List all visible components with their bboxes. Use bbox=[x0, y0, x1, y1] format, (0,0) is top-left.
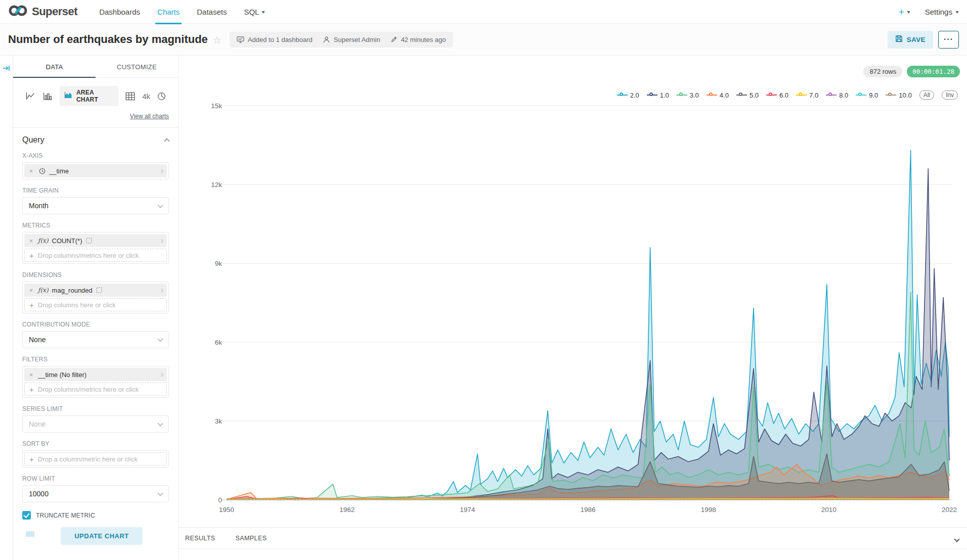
truncate-metric-checkbox[interactable] bbox=[22, 511, 31, 520]
dimension-pill[interactable]: × ƒ(x) mag_rounded › bbox=[24, 284, 167, 297]
legend-item-9.0[interactable]: 9.0 bbox=[856, 91, 878, 99]
chevron-right-icon[interactable]: › bbox=[161, 237, 163, 245]
legend-label: 1.0 bbox=[660, 91, 669, 99]
filters-drop-zone[interactable]: + Drop columns/metrics here or click bbox=[24, 383, 167, 396]
row-limit-select[interactable]: 10000 bbox=[22, 485, 169, 502]
meta-badge-label: 42 minutes ago bbox=[401, 36, 446, 43]
metrics-drop-zone[interactable]: + Drop columns/metrics here or click bbox=[24, 249, 167, 262]
area-chart-canvas[interactable]: 03k6k9k12k15k195019621974198619982010202… bbox=[179, 56, 966, 560]
legend-marker-icon bbox=[707, 92, 717, 98]
plus-icon: + bbox=[29, 455, 34, 463]
big-number-chart-icon[interactable]: 4k bbox=[142, 92, 150, 101]
meta-badge-label: Added to 1 dashboard bbox=[248, 36, 313, 43]
dimensions-drop-zone[interactable]: + Drop columns here or click bbox=[24, 298, 167, 311]
filter-pill[interactable]: × __time (No filter) › bbox=[24, 368, 167, 381]
filter-value: __time (No filter) bbox=[38, 371, 86, 379]
chevron-right-icon[interactable]: › bbox=[161, 167, 163, 175]
update-chart-button[interactable]: UPDATE CHART bbox=[61, 527, 143, 545]
bar-chart-icon[interactable] bbox=[43, 92, 53, 100]
series-limit-select[interactable]: None bbox=[22, 415, 169, 433]
line-chart-icon[interactable] bbox=[25, 92, 36, 100]
chevron-down-icon bbox=[157, 336, 163, 342]
adhoc-metric-icon bbox=[86, 238, 92, 244]
tab-samples[interactable]: SAMPLES bbox=[236, 535, 267, 542]
legend-item-10.0[interactable]: 10.0 bbox=[886, 91, 911, 99]
meta-badge[interactable]: Superset Admin bbox=[323, 36, 380, 43]
plus-icon: + bbox=[29, 252, 34, 259]
close-icon[interactable]: × bbox=[24, 237, 38, 245]
meta-badge[interactable]: Added to 1 dashboard bbox=[237, 36, 313, 43]
svg-text:2010: 2010 bbox=[821, 506, 837, 514]
close-icon[interactable]: × bbox=[24, 167, 38, 175]
legend-item-5.0[interactable]: 5.0 bbox=[736, 91, 759, 99]
x-axis-value: __time bbox=[49, 167, 69, 175]
caret-down-icon: ▾ bbox=[262, 9, 266, 15]
close-icon[interactable]: × bbox=[24, 371, 38, 379]
legend-item-1.0[interactable]: 1.0 bbox=[647, 91, 669, 99]
filters-label: FILTERS bbox=[22, 356, 169, 363]
series-limit-label: SERIES LIMIT bbox=[22, 405, 169, 412]
contribution-mode-select[interactable]: None bbox=[22, 331, 169, 348]
truncate-metric-label: TRUNCATE METRIC bbox=[36, 512, 95, 519]
nav-item-datasets[interactable]: Datasets bbox=[188, 0, 235, 24]
legend-label: 5.0 bbox=[750, 91, 759, 99]
series-areas bbox=[227, 150, 949, 500]
pencil-icon bbox=[390, 36, 398, 43]
meta-badge[interactable]: 42 minutes ago bbox=[390, 36, 446, 43]
close-icon[interactable]: × bbox=[24, 287, 38, 294]
legend-all-button[interactable]: All bbox=[919, 90, 934, 100]
table-icon[interactable] bbox=[125, 92, 135, 101]
viz-type-selected[interactable]: AREA CHART bbox=[60, 86, 118, 106]
legend-item-4.0[interactable]: 4.0 bbox=[707, 91, 729, 99]
collapse-results-icon[interactable] bbox=[955, 534, 959, 543]
contribution-mode-value: None bbox=[29, 336, 46, 344]
settings-menu[interactable]: Settings ▾ bbox=[925, 8, 958, 16]
save-icon bbox=[895, 35, 903, 44]
favorite-star-icon[interactable]: ☆ bbox=[213, 34, 222, 46]
nav-menu: DashboardsChartsDatasetsSQL▾ bbox=[91, 0, 273, 24]
view-all-charts-link[interactable]: View all charts bbox=[130, 113, 169, 120]
pie-chart-icon[interactable] bbox=[157, 92, 166, 101]
legend-item-6.0[interactable]: 6.0 bbox=[766, 91, 788, 99]
x-axis-control: × __time › bbox=[22, 162, 169, 179]
query-timer-badge: 00:00:01.28 bbox=[907, 66, 960, 77]
more-actions-button[interactable]: ··· bbox=[938, 31, 959, 49]
settings-label: Settings bbox=[925, 8, 952, 16]
superset-brand[interactable]: Superset bbox=[9, 5, 77, 19]
tab-data[interactable]: DATA bbox=[13, 56, 96, 77]
svg-text:2022: 2022 bbox=[942, 506, 957, 514]
sort-by-drop-zone[interactable]: + Drop a column/metric here or click bbox=[24, 452, 167, 465]
plus-icon: + bbox=[899, 7, 904, 17]
svg-text:1986: 1986 bbox=[580, 506, 595, 514]
nav-item-charts[interactable]: Charts bbox=[149, 0, 188, 24]
time-grain-label: TIME GRAIN bbox=[22, 187, 169, 194]
x-axis-pill[interactable]: × __time › bbox=[24, 164, 167, 177]
legend-label: 7.0 bbox=[809, 91, 818, 99]
metric-pill[interactable]: × ƒ(x) COUNT(*) › bbox=[24, 234, 167, 247]
legend-item-7.0[interactable]: 7.0 bbox=[796, 91, 818, 99]
query-section-title: Query bbox=[22, 135, 45, 145]
collapse-panel-icon[interactable] bbox=[3, 65, 10, 560]
query-section-header[interactable]: Query bbox=[22, 135, 169, 145]
time-grain-value: Month bbox=[29, 202, 49, 210]
partial-checkbox[interactable] bbox=[26, 531, 34, 537]
nav-item-dashboards[interactable]: Dashboards bbox=[91, 0, 149, 24]
metrics-drop-text: Drop columns/metrics here or click bbox=[38, 252, 139, 259]
tab-results[interactable]: RESULTS bbox=[185, 535, 215, 542]
legend-item-8.0[interactable]: 8.0 bbox=[826, 91, 848, 99]
legend-item-3.0[interactable]: 3.0 bbox=[677, 91, 699, 99]
tab-customize[interactable]: CUSTOMIZE bbox=[96, 56, 178, 77]
chevron-right-icon[interactable]: › bbox=[161, 286, 163, 294]
legend-label: 9.0 bbox=[869, 91, 878, 99]
chevron-right-icon[interactable]: › bbox=[161, 370, 163, 379]
superset-logo-icon bbox=[9, 5, 27, 19]
time-grain-select[interactable]: Month bbox=[22, 197, 169, 214]
filters-drop-text: Drop columns/metrics here or click bbox=[38, 386, 139, 393]
legend-item-2.0[interactable]: 2.0 bbox=[617, 91, 639, 99]
save-button[interactable]: SAVE bbox=[888, 31, 933, 49]
legend-inv-button[interactable]: Inv bbox=[942, 90, 958, 100]
nav-item-sql[interactable]: SQL▾ bbox=[235, 0, 273, 24]
nav-item-label: Datasets bbox=[197, 8, 227, 16]
svg-text:1974: 1974 bbox=[460, 506, 475, 514]
new-item-button[interactable]: + ▾ bbox=[899, 7, 910, 17]
